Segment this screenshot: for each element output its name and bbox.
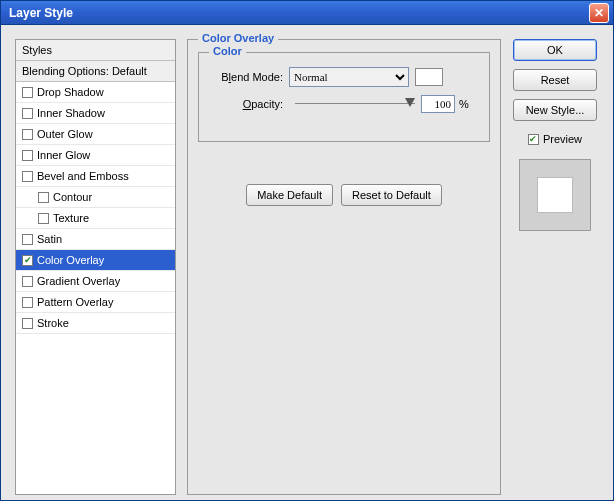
style-item-label: Texture	[53, 212, 89, 224]
blend-mode-select[interactable]: Normal	[289, 67, 409, 87]
titlebar: Layer Style ✕	[1, 1, 613, 25]
preview-label: Preview	[543, 133, 582, 145]
ok-button[interactable]: OK	[513, 39, 597, 61]
preview-thumbnail	[519, 159, 591, 231]
checkbox-icon[interactable]	[22, 297, 33, 308]
opacity-unit: %	[459, 98, 469, 110]
style-item-label: Outer Glow	[37, 128, 93, 140]
effect-panel: Color Overlay Color Blend Mode: Normal O…	[187, 39, 501, 495]
style-item-label: Drop Shadow	[37, 86, 104, 98]
style-item-drop-shadow[interactable]: Drop Shadow	[16, 82, 175, 103]
reset-button[interactable]: Reset	[513, 69, 597, 91]
style-item-label: Contour	[53, 191, 92, 203]
style-item-label: Pattern Overlay	[37, 296, 113, 308]
style-item-gradient-overlay[interactable]: Gradient Overlay	[16, 271, 175, 292]
style-item-label: Bevel and Emboss	[37, 170, 129, 182]
checkbox-icon[interactable]: ✔	[22, 255, 33, 266]
opacity-slider[interactable]	[295, 97, 415, 111]
style-item-satin[interactable]: Satin	[16, 229, 175, 250]
style-item-label: Gradient Overlay	[37, 275, 120, 287]
styles-heading[interactable]: Styles	[16, 40, 175, 61]
layer-style-dialog: Layer Style ✕ Styles Blending Options: D…	[0, 0, 614, 501]
color-group-title: Color	[209, 45, 246, 57]
checkbox-icon[interactable]	[22, 87, 33, 98]
opacity-input[interactable]	[421, 95, 455, 113]
close-icon: ✕	[594, 6, 604, 20]
preview-swatch	[537, 177, 573, 213]
checkbox-icon[interactable]	[22, 318, 33, 329]
right-column: OK Reset New Style... ✔ Preview	[511, 39, 599, 231]
style-item-inner-shadow[interactable]: Inner Shadow	[16, 103, 175, 124]
reset-to-default-button[interactable]: Reset to Default	[341, 184, 442, 206]
preview-checkbox[interactable]: ✔ Preview	[528, 133, 582, 145]
checkbox-icon[interactable]	[22, 171, 33, 182]
panel-title: Color Overlay	[198, 32, 278, 44]
color-swatch[interactable]	[415, 68, 443, 86]
style-item-color-overlay[interactable]: ✔Color Overlay	[16, 250, 175, 271]
slider-thumb-icon	[405, 98, 415, 107]
style-item-pattern-overlay[interactable]: Pattern Overlay	[16, 292, 175, 313]
style-item-label: Inner Glow	[37, 149, 90, 161]
checkbox-icon[interactable]	[22, 276, 33, 287]
checkbox-icon[interactable]	[22, 129, 33, 140]
style-item-label: Satin	[37, 233, 62, 245]
style-item-label: Inner Shadow	[37, 107, 105, 119]
blending-options-item[interactable]: Blending Options: Default	[16, 61, 175, 82]
opacity-label: Opacity:	[209, 98, 289, 110]
style-item-outer-glow[interactable]: Outer Glow	[16, 124, 175, 145]
style-item-contour[interactable]: Contour	[16, 187, 175, 208]
checkbox-icon[interactable]	[38, 213, 49, 224]
style-item-inner-glow[interactable]: Inner Glow	[16, 145, 175, 166]
new-style-button[interactable]: New Style...	[513, 99, 597, 121]
checkbox-icon: ✔	[528, 134, 539, 145]
window-title: Layer Style	[9, 6, 589, 20]
style-item-label: Stroke	[37, 317, 69, 329]
blend-mode-label: Blend Mode:	[209, 71, 289, 83]
checkbox-icon[interactable]	[22, 150, 33, 161]
checkbox-icon[interactable]	[38, 192, 49, 203]
color-group: Color Blend Mode: Normal Opacity: %	[198, 52, 490, 142]
style-item-stroke[interactable]: Stroke	[16, 313, 175, 334]
close-button[interactable]: ✕	[589, 3, 609, 23]
styles-list: Styles Blending Options: Default Drop Sh…	[15, 39, 176, 495]
style-item-label: Color Overlay	[37, 254, 104, 266]
style-item-texture[interactable]: Texture	[16, 208, 175, 229]
checkbox-icon[interactable]	[22, 234, 33, 245]
checkbox-icon[interactable]	[22, 108, 33, 119]
style-item-bevel-and-emboss[interactable]: Bevel and Emboss	[16, 166, 175, 187]
make-default-button[interactable]: Make Default	[246, 184, 333, 206]
